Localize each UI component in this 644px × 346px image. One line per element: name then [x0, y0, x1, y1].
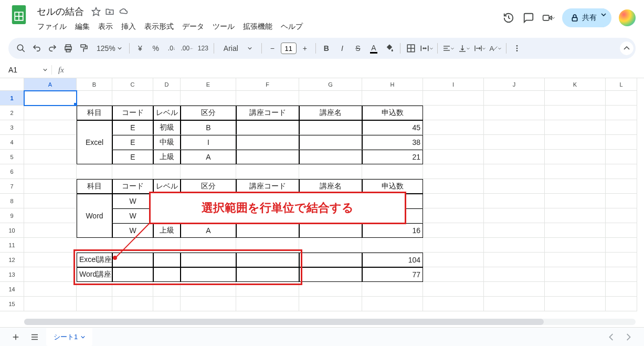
cell-C3[interactable]: E — [112, 120, 153, 135]
cell-K4[interactable] — [545, 135, 606, 150]
cell-H13[interactable]: 77 — [362, 267, 423, 282]
cell-L3[interactable] — [606, 120, 637, 135]
cell-L12[interactable] — [606, 253, 637, 267]
row-header-10[interactable]: 10 — [0, 223, 24, 238]
sheets-logo[interactable] — [8, 4, 29, 25]
increase-font-icon[interactable]: + — [298, 41, 312, 56]
cell-C4[interactable]: E — [112, 135, 153, 150]
cell-G14[interactable] — [299, 282, 362, 297]
cell-L1[interactable] — [606, 91, 637, 106]
col-header-D[interactable]: D — [153, 78, 181, 91]
cell-D2[interactable]: レベル — [153, 106, 181, 120]
menu-tools[interactable]: ツール — [209, 20, 238, 34]
meet-icon[interactable] — [542, 12, 555, 24]
cell-I13[interactable] — [423, 267, 484, 282]
menu-data[interactable]: データ — [178, 20, 208, 34]
percent-button[interactable]: % — [149, 41, 163, 56]
cell-D13[interactable] — [153, 267, 181, 282]
cell-C15[interactable] — [112, 297, 153, 311]
cell-J15[interactable] — [484, 297, 545, 311]
cell-F6[interactable] — [236, 164, 299, 179]
cell-G3[interactable] — [299, 120, 362, 135]
cell-G10[interactable] — [299, 223, 362, 238]
add-sheet-button[interactable] — [8, 330, 23, 344]
cell-F5[interactable] — [236, 150, 299, 164]
cell-L7[interactable] — [606, 179, 637, 194]
cell-E5[interactable]: A — [181, 150, 236, 164]
row-header-13[interactable]: 13 — [0, 267, 24, 282]
comment-icon[interactable] — [522, 12, 535, 24]
menu-view[interactable]: 表示 — [94, 20, 117, 34]
cell-H11[interactable] — [362, 238, 423, 253]
star-icon[interactable] — [91, 7, 101, 16]
cell-D11[interactable] — [153, 238, 181, 253]
cell-I7[interactable] — [423, 179, 484, 194]
cell-A1[interactable] — [24, 91, 77, 106]
menu-help[interactable]: ヘルプ — [277, 20, 307, 34]
cell-L2[interactable] — [606, 106, 637, 120]
cell-G13[interactable] — [299, 267, 362, 282]
cell-K12[interactable] — [545, 253, 606, 267]
horizontal-scrollbar[interactable] — [24, 319, 636, 325]
cell-F15[interactable] — [236, 297, 299, 311]
cell-C1[interactable] — [112, 91, 153, 106]
row-header-1[interactable]: 1 — [0, 91, 24, 106]
cell-A8[interactable] — [24, 194, 77, 208]
cell-K14[interactable] — [545, 282, 606, 297]
cell-A14[interactable] — [24, 282, 77, 297]
cell-K10[interactable] — [545, 223, 606, 238]
row-header-14[interactable]: 14 — [0, 282, 24, 297]
cell-K7[interactable] — [545, 179, 606, 194]
cell-J14[interactable] — [484, 282, 545, 297]
scroll-left-icon[interactable] — [604, 330, 619, 344]
cell-B13[interactable]: Word講座 申込者数合計 — [77, 267, 112, 282]
col-header-J[interactable]: J — [484, 78, 545, 91]
cell-G15[interactable] — [299, 297, 362, 311]
decrease-decimal-button[interactable]: .0↓ — [164, 41, 179, 56]
cell-B11[interactable] — [77, 238, 112, 253]
cell-J7[interactable] — [484, 179, 545, 194]
cell-L5[interactable] — [606, 150, 637, 164]
cell-A9[interactable] — [24, 208, 77, 223]
cell-B7[interactable]: 科目 — [77, 179, 112, 194]
menu-edit[interactable]: 編集 — [71, 20, 93, 34]
cell-I3[interactable] — [423, 120, 484, 135]
cell-K1[interactable] — [545, 91, 606, 106]
cell-C6[interactable] — [112, 164, 153, 179]
cell-D3[interactable]: 初級 — [153, 120, 181, 135]
cell-D5[interactable]: 上級 — [153, 150, 181, 164]
cell-G1[interactable] — [299, 91, 362, 106]
cell-D12[interactable] — [153, 253, 181, 267]
cell-J12[interactable] — [484, 253, 545, 267]
paint-format-icon[interactable] — [77, 41, 91, 56]
cell-H6[interactable] — [362, 164, 423, 179]
cell-J11[interactable] — [484, 238, 545, 253]
cell-F12[interactable] — [236, 253, 299, 267]
cell-K6[interactable] — [545, 164, 606, 179]
cell-E14[interactable] — [181, 282, 236, 297]
cell-B14[interactable] — [77, 282, 112, 297]
col-header-E[interactable]: E — [181, 78, 236, 91]
search-icon[interactable] — [14, 41, 28, 56]
cell-A3[interactable] — [24, 120, 77, 135]
cell-F2[interactable]: 講座コード — [236, 106, 299, 120]
cell-H12[interactable]: 104 — [362, 253, 423, 267]
cell-I2[interactable] — [423, 106, 484, 120]
cell-F13[interactable] — [236, 267, 299, 282]
cell-G4[interactable] — [299, 135, 362, 150]
account-avatar[interactable] — [619, 9, 636, 26]
col-header-G[interactable]: G — [299, 78, 362, 91]
cell-B1[interactable] — [77, 91, 112, 106]
cell-B3[interactable]: Excel — [77, 120, 112, 164]
cell-E1[interactable] — [181, 91, 236, 106]
cell-C9[interactable]: W — [112, 208, 153, 223]
print-icon[interactable] — [61, 41, 76, 56]
cell-C7[interactable]: コード — [112, 179, 153, 194]
cell-B15[interactable] — [77, 297, 112, 311]
cell-K8[interactable] — [545, 194, 606, 208]
cell-A5[interactable] — [24, 150, 77, 164]
row-header-7[interactable]: 7 — [0, 179, 24, 194]
row-header-6[interactable]: 6 — [0, 164, 24, 179]
menu-extensions[interactable]: 拡張機能 — [239, 20, 276, 34]
cell-E10[interactable]: A — [181, 223, 236, 238]
